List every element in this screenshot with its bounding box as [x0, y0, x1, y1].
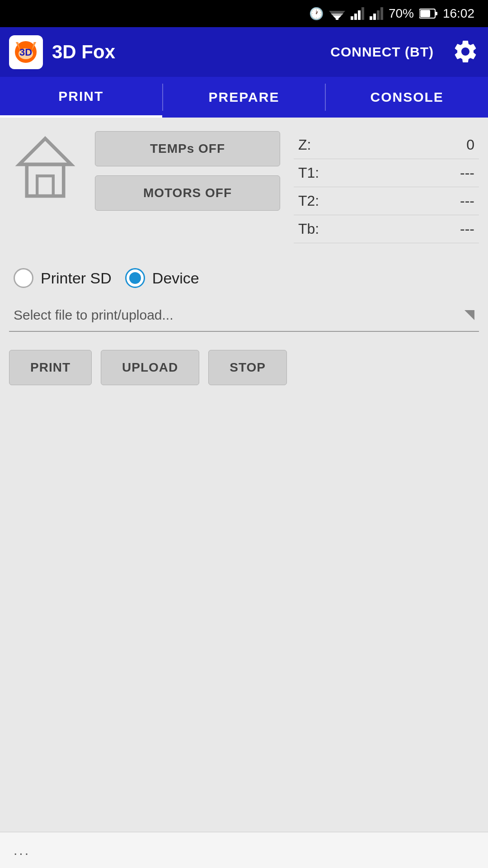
svg-rect-9 — [373, 14, 376, 20]
tab-console[interactable]: CONSOLE — [326, 77, 488, 118]
control-buttons: TEMPs OFF MOTORS OFF — [95, 131, 280, 211]
upload-button[interactable]: UPLOAD — [101, 350, 199, 385]
svg-rect-8 — [370, 16, 372, 20]
file-select-placeholder: Select file to print/upload... — [14, 307, 465, 323]
bottom-nav-bar: ... — [0, 832, 488, 868]
alarm-icon: 🕐 — [309, 7, 324, 21]
file-select-arrow-icon — [465, 310, 474, 320]
stop-button[interactable]: STOP — [208, 350, 287, 385]
app-name: 3D Fox — [52, 41, 321, 63]
tab-bar: PRINT PREPARE CONSOLE — [0, 77, 488, 118]
status-bar: 🕐 70% 16:02 — [0, 0, 488, 27]
svg-rect-25 — [37, 176, 53, 196]
wifi-icon — [329, 7, 345, 20]
svg-rect-5 — [354, 14, 357, 20]
svg-rect-7 — [361, 7, 364, 20]
connect-button[interactable]: CONNECT (BT) — [330, 44, 434, 60]
svg-marker-23 — [19, 138, 71, 164]
printer-sd-radio[interactable] — [14, 268, 33, 288]
clock-time: 16:02 — [443, 6, 474, 21]
main-content: TEMPs OFF MOTORS OFF Z: 0 T1: --- T2: --… — [0, 118, 488, 403]
settings-button[interactable] — [452, 38, 479, 66]
temp-row-tb: Tb: --- — [294, 215, 479, 243]
printer-sd-option[interactable]: Printer SD — [14, 268, 112, 288]
svg-rect-10 — [377, 10, 380, 20]
source-selection-row: Printer SD Device — [9, 257, 479, 299]
temps-off-button[interactable]: TEMPs OFF — [95, 131, 280, 166]
tab-print[interactable]: PRINT — [0, 77, 162, 118]
temp-row-t1: T1: --- — [294, 159, 479, 187]
svg-rect-4 — [351, 16, 353, 20]
home-icon-container — [9, 131, 81, 203]
svg-rect-11 — [380, 7, 383, 20]
signal-icon-1 — [351, 7, 364, 20]
temperature-display: Z: 0 T1: --- T2: --- Tb: --- — [294, 131, 479, 243]
temp-tb-value: --- — [438, 221, 474, 237]
temp-row-z: Z: 0 — [294, 131, 479, 159]
tab-prepare[interactable]: PREPARE — [163, 77, 325, 118]
device-radio[interactable] — [125, 268, 145, 288]
temp-row-t2: T2: --- — [294, 187, 479, 215]
printer-sd-label: Printer SD — [41, 269, 112, 287]
home-icon — [14, 136, 77, 199]
battery-percentage: 70% — [389, 6, 414, 21]
device-radio-selected — [129, 272, 141, 284]
nav-dots: ... — [14, 843, 30, 858]
status-icons: 🕐 70% 16:02 — [309, 6, 474, 21]
motors-off-button[interactable]: MOTORS OFF — [95, 175, 280, 211]
svg-rect-24 — [27, 165, 63, 196]
print-button[interactable]: PRINT — [9, 350, 92, 385]
file-select-row[interactable]: Select file to print/upload... — [9, 299, 479, 332]
action-buttons-row: PRINT UPLOAD STOP — [9, 345, 479, 390]
svg-rect-14 — [435, 12, 437, 15]
signal-icon-2 — [370, 7, 383, 20]
temp-t1-value: --- — [438, 165, 474, 181]
temp-t2-label: T2: — [298, 193, 319, 209]
app-logo: 3D — [9, 35, 43, 69]
battery-icon — [419, 8, 437, 19]
temp-z-value: 0 — [438, 137, 474, 153]
control-row: TEMPs OFF MOTORS OFF Z: 0 T1: --- T2: --… — [9, 131, 479, 243]
app-header: 3D 3D Fox CONNECT (BT) — [0, 27, 488, 77]
temp-z-label: Z: — [298, 137, 311, 153]
svg-text:3D: 3D — [19, 47, 32, 58]
device-label: Device — [152, 269, 199, 287]
svg-rect-13 — [420, 10, 430, 17]
svg-rect-6 — [358, 10, 361, 20]
temp-t2-value: --- — [438, 193, 474, 209]
temp-t1-label: T1: — [298, 165, 319, 181]
device-option[interactable]: Device — [125, 268, 199, 288]
temp-tb-label: Tb: — [298, 221, 319, 237]
